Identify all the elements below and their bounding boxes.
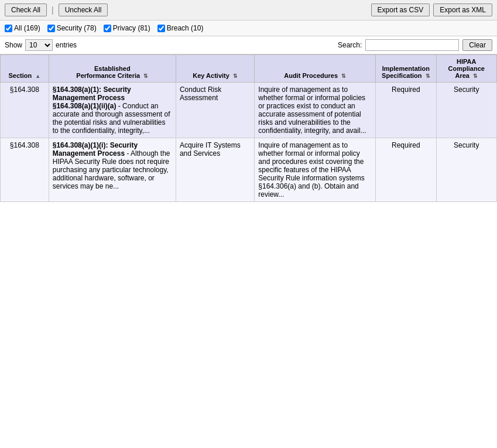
entries-label: entries bbox=[56, 41, 77, 49]
clear-button[interactable]: Clear bbox=[462, 39, 492, 51]
cell-hipaa: Security bbox=[436, 138, 496, 202]
entries-select[interactable]: 10 25 50 100 bbox=[25, 39, 53, 51]
col-hipaa-label: HIPAAComplianceArea bbox=[448, 58, 485, 79]
controls-right: Search: Clear bbox=[338, 39, 492, 51]
controls-left: Show 10 25 50 100 entries bbox=[5, 39, 77, 51]
show-label: Show bbox=[5, 41, 22, 49]
cell-key-activity: Conduct Risk Assessment bbox=[176, 83, 254, 138]
filter-bar: All (169) Security (78) Privacy (81) Bre… bbox=[0, 20, 497, 36]
search-input[interactable] bbox=[365, 39, 459, 51]
sort-arrow-audit: ⇅ bbox=[341, 73, 346, 79]
search-label: Search: bbox=[338, 41, 362, 49]
sort-arrow-key-activity: ⇅ bbox=[233, 73, 238, 79]
col-key-activity-label: Key Activity bbox=[193, 72, 229, 79]
cell-hipaa: Security bbox=[436, 83, 496, 138]
col-performance[interactable]: EstablishedPerformance Criteria ⇅ bbox=[49, 55, 176, 83]
filter-security-checkbox[interactable] bbox=[47, 25, 55, 32]
sort-arrow-section: ▲ bbox=[35, 73, 40, 79]
filter-all-label: All (169) bbox=[14, 24, 40, 32]
controls-bar: Show 10 25 50 100 entries Search: Clear bbox=[0, 36, 497, 54]
top-bar-right: Export as CSV Export as XML bbox=[371, 4, 492, 16]
cell-section: §164.308 bbox=[1, 83, 49, 138]
export-csv-button[interactable]: Export as CSV bbox=[371, 4, 430, 16]
col-key-activity[interactable]: Key Activity ⇅ bbox=[176, 55, 254, 83]
divider: | bbox=[52, 5, 54, 15]
col-audit[interactable]: Audit Procedures ⇅ bbox=[255, 55, 376, 83]
col-implementation[interactable]: ImplementationSpecification ⇅ bbox=[376, 55, 436, 83]
cell-performance: §164.308(a)(1)(i): Security Management P… bbox=[49, 138, 176, 202]
export-xml-button[interactable]: Export as XML bbox=[433, 4, 492, 16]
cell-audit-procedures: Inquire of management as to whether form… bbox=[255, 138, 376, 202]
main-table: Section ▲ EstablishedPerformance Criteri… bbox=[0, 54, 497, 202]
filter-privacy: Privacy (81) bbox=[104, 24, 150, 32]
performance-bold: §164.308(a)(1): Security Management Proc… bbox=[53, 86, 131, 102]
filter-privacy-checkbox[interactable] bbox=[104, 25, 111, 32]
sort-arrow-implementation: ⇅ bbox=[426, 73, 430, 79]
table-row: §164.308§164.308(a)(1): Security Managem… bbox=[1, 83, 497, 138]
table-wrapper: Section ▲ EstablishedPerformance Criteri… bbox=[0, 54, 497, 202]
filter-security-label: Security (78) bbox=[57, 24, 97, 32]
check-all-button[interactable]: Check All bbox=[5, 4, 47, 16]
col-performance-label: EstablishedPerformance Criteria bbox=[76, 65, 140, 79]
cell-implementation: Required bbox=[376, 138, 436, 202]
filter-security: Security (78) bbox=[47, 24, 97, 32]
sort-arrow-performance: ⇅ bbox=[143, 73, 148, 79]
filter-all: All (169) bbox=[5, 24, 40, 32]
filter-breach: Breach (10) bbox=[157, 24, 204, 32]
filter-breach-checkbox[interactable] bbox=[157, 25, 165, 32]
performance-bold-part: §164.308(a)(1)(ii)(a) bbox=[53, 102, 116, 110]
table-row: §164.308§164.308(a)(1)(i): Security Mana… bbox=[1, 138, 497, 202]
uncheck-all-button[interactable]: Uncheck All bbox=[59, 4, 108, 16]
col-hipaa[interactable]: HIPAAComplianceArea ⇅ bbox=[436, 55, 496, 83]
cell-implementation: Required bbox=[376, 83, 436, 138]
col-section-label: Section bbox=[9, 72, 32, 79]
filter-breach-label: Breach (10) bbox=[167, 24, 204, 32]
top-bar: Check All | Uncheck All Export as CSV Ex… bbox=[0, 0, 497, 20]
sort-arrow-hipaa: ⇅ bbox=[473, 73, 478, 79]
cell-section: §164.308 bbox=[1, 138, 49, 202]
cell-audit-procedures: Inquire of management as to whether form… bbox=[255, 83, 376, 138]
top-bar-left: Check All | Uncheck All bbox=[5, 4, 108, 16]
table-header-row: Section ▲ EstablishedPerformance Criteri… bbox=[1, 55, 497, 83]
filter-all-checkbox[interactable] bbox=[5, 25, 12, 32]
cell-performance: §164.308(a)(1): Security Management Proc… bbox=[49, 83, 176, 138]
filter-privacy-label: Privacy (81) bbox=[113, 24, 150, 32]
col-audit-label: Audit Procedures bbox=[284, 72, 338, 79]
col-implementation-label: ImplementationSpecification bbox=[382, 65, 430, 79]
col-section[interactable]: Section ▲ bbox=[1, 55, 49, 83]
cell-key-activity: Acquire IT Systems and Services bbox=[176, 138, 254, 202]
